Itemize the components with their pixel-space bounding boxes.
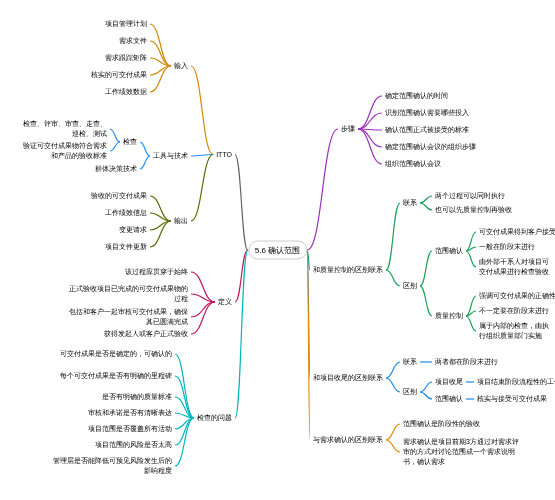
node-close-contact: 联系 [400,356,420,368]
node-steps-item: 组织范围确认会议 [382,158,444,170]
node-outputs-item: 验收的可交付成果 [88,190,150,202]
node-close-diff-val: 核实与接受可交付成果 [474,393,550,405]
node-steps-item: 识别范围确认需要哪些投入 [382,107,472,119]
node-req-item: 范围确认是阶段性的验收 [400,418,483,430]
node-close-diff-val: 项目结束阶段流程性的工作 [474,376,555,388]
node-inputs-item: 需求跟踪矩阵 [102,52,150,64]
node-steps: 步骤 [338,123,358,135]
node-outputs-item: 项目文件更新 [102,241,150,253]
node-definition-item: 获得发起人或客户正式验收 [101,328,191,340]
node-quality-contact-item: 两个过程可以同时执行 [432,190,508,202]
node-checkq-item: 是否有明确的质量标准 [99,391,175,403]
node-quality-contact-item: 也可以先质量控制再验收 [432,204,515,216]
node-checkq-item: 可交付成果是否是确定的，可确认的 [57,348,175,360]
node-inspect-item: 群体决策技术 [92,163,140,175]
node-inspect-item: 检查、评审、审查、走查、巡检、测试 [14,118,110,140]
node-steps-item: 确认范围正式被接受的标准 [382,124,472,136]
node-outputs-item: 工作绩效信息 [102,207,150,219]
node-inputs-item: 需求文件 [116,35,150,47]
node-checkq-item: 审核和承诺是否有清晰表达 [85,407,175,419]
node-inputs: 输入 [171,60,191,72]
node-req: 与需求确认的区别联系 [310,434,386,446]
node-req-item: 需求确认是项目前期3方通过对需求评审的方式对讨论范围成一个需求说明书，确认需求 [400,436,526,468]
node-quality-diff-qc-item: 不一定要在阶段末进行 [476,305,552,317]
node-inputs-item: 核实的可交付成果 [88,69,150,81]
node-outputs-item: 变更请求 [116,224,150,236]
node-definition-item: 包括和客户一起审核可交付成果，确保其已圆满完成 [65,306,191,328]
node-quality-diff-confirm: 范围确认 [432,245,466,257]
node-close-diff: 区别 [400,386,420,398]
node-checkq-item: 项目范围是否覆盖所有活动 [85,423,175,435]
node-definition-item: 该过程应贯穿于始终 [122,266,191,278]
node-quality-diff-confirm-item: 可交付成果得到客户接受 [476,226,555,238]
node-checkq-item: 每个可交付成果是否有明确的里程碑 [57,370,175,382]
node-definition: 定义 [215,296,235,308]
node-close: 和项目收尾的区别联系 [310,372,386,384]
node-checkq-item: 项目范围的风险是否太高 [92,439,175,451]
node-itto: ITTO [213,150,235,159]
node-inspect-item: 验证可交付成果物符合需求和产品的验收标准 [14,140,110,162]
node-quality-diff-qc-item: 强调可交付成果的正确性 [476,290,555,302]
node-quality-diff-qc: 质量控制 [432,310,466,322]
node-quality-contact: 联系 [400,197,420,209]
node-quality-diff-confirm-item: 一般在阶段末进行 [476,241,538,253]
node-inspect: 检查 [120,136,140,148]
node-inputs-item: 项目管理计划 [102,18,150,30]
node-steps-item: 确定范围确认会议的组织步骤 [382,141,479,153]
node-checkq: 检查的问题 [194,412,235,424]
node-quality-diff-qc-item: 属于内部的检查，由执行组织质量部门实施 [476,320,555,342]
node-quality-diff-confirm-item: 由外部干系人对项目可交付成果进行检查验收 [476,256,555,278]
node-quality-diff: 区别 [400,280,420,292]
node-steps-item: 确定范围确认的时间 [382,90,451,102]
node-close-contact-item: 两者都在阶段末进行 [432,356,501,368]
node-close-diff-key: 范围确认 [432,393,466,405]
node-tools: 工具与技术 [150,150,191,162]
mindmap-root: 5.6 确认范围 [248,241,307,260]
node-inputs-item: 工作绩效数据 [102,86,150,98]
node-close-diff-key: 项目收尾 [432,376,466,388]
node-outputs: 输出 [171,215,191,227]
node-quality: 和质量控制的区别联系 [310,264,386,276]
node-checkq-item: 管理层是否能降低可预见风险发生后的影响程度 [49,455,175,477]
node-definition-item: 正式验收项目已完成的可交付成果物的过程 [65,283,191,305]
